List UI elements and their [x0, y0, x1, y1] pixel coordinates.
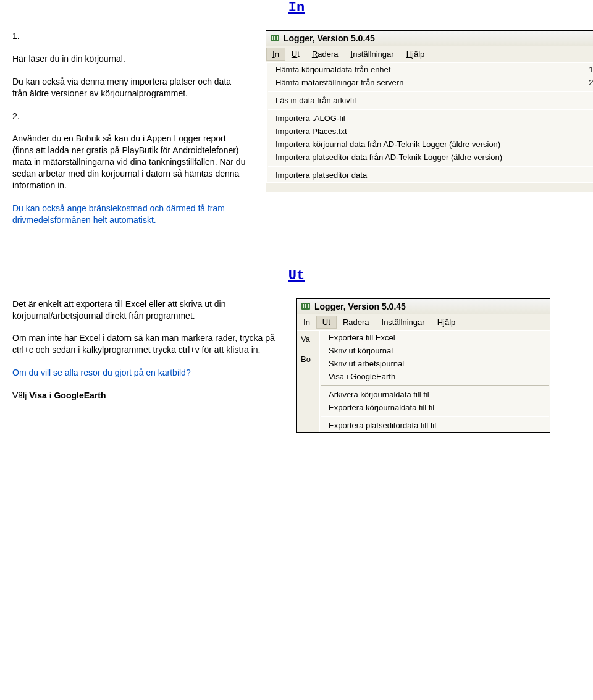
- dd-label: Visa i GoogleEarth: [329, 372, 395, 381]
- dd-label: Exportera platseditordata till fil: [329, 421, 436, 430]
- dd-label: Skriv ut arbetsjournal: [329, 359, 404, 368]
- menubar: In Ut Radera Inställningar Hjälp: [266, 46, 593, 62]
- menubar: In Ut Radera Inställningar Hjälp: [297, 314, 550, 331]
- dd-label: Exportera till Excel: [329, 333, 395, 342]
- dd-import-platseditor-old[interactable]: Importera platseditor data från AD-Tekni…: [267, 151, 593, 164]
- dd-accel: 2.: [589, 78, 593, 87]
- ut-p1: Det är enkelt att exportera till Excel e…: [12, 298, 278, 322]
- app-icon: [270, 33, 280, 43]
- ut-p4: Välj Visa i GoogleEarth: [12, 390, 278, 402]
- dd-las-in-arkivfil[interactable]: Läs in data från arkivfil: [267, 94, 593, 107]
- p-2: Du kan också via denna meny importera pl…: [12, 76, 247, 99]
- gutter-label-va: Va: [297, 334, 319, 344]
- dd-import-platseditor[interactable]: Importera platseditor data: [267, 169, 593, 182]
- dd-skriv-arbetsjournal[interactable]: Skriv ut arbetsjournal: [320, 357, 550, 370]
- in-dropdown: Hämta körjournaldata från enhet 1. Hämta…: [266, 62, 593, 182]
- p-3-num: 2.: [12, 111, 247, 122]
- logger-window-in: Logger, Version 5.0.45 In Ut Radera Inst…: [266, 30, 593, 192]
- dd-hamta-korjournal[interactable]: Hämta körjournaldata från enhet 1.: [267, 63, 593, 76]
- ut-heading[interactable]: Ut: [0, 268, 593, 284]
- menu-radera[interactable]: Radera: [306, 48, 345, 61]
- menu-installningar[interactable]: Inställningar: [376, 316, 431, 329]
- separator: [268, 91, 593, 92]
- dd-visa-googleearth[interactable]: Visa i GoogleEarth: [320, 370, 550, 383]
- dd-accel: 1.: [589, 65, 593, 74]
- in-text-column: 1. Här läser du in din körjournal. Du ka…: [12, 30, 247, 237]
- menu-ut[interactable]: Ut: [285, 48, 306, 61]
- svg-rect-6: [305, 304, 306, 308]
- dd-label: Läs in data från arkivfil: [275, 96, 356, 105]
- p-1: Här läser du in din körjournal.: [12, 53, 247, 65]
- separator: [268, 109, 593, 110]
- dd-import-korjournal-old[interactable]: Importera körjournal data från AD-Teknik…: [267, 138, 593, 151]
- menu-ut[interactable]: Ut: [316, 316, 337, 329]
- dd-export-korjournal-fil[interactable]: Exportera körjournaldata till fil: [320, 401, 550, 414]
- svg-rect-1: [272, 36, 273, 40]
- dd-export-excel[interactable]: Exportera till Excel: [320, 331, 550, 344]
- dd-label: Importera Places.txt: [275, 127, 347, 136]
- separator: [268, 166, 593, 167]
- gutter-label-bo: Bo: [297, 355, 319, 364]
- ut-p4-bold: Visa i GoogleEarth: [29, 390, 106, 400]
- ut-p4-prefix: Välj: [12, 390, 29, 400]
- content-area: [266, 182, 593, 192]
- dd-skriv-korjournal[interactable]: Skriv ut körjournal: [320, 344, 550, 357]
- window-title: Logger, Version 5.0.45: [284, 33, 375, 43]
- separator: [321, 416, 549, 417]
- dd-label: Hämta mätarställningar från servern: [275, 78, 403, 87]
- svg-rect-7: [308, 304, 309, 308]
- p-1-num: 1.: [12, 30, 247, 42]
- p-3: Använder du en Bobrik så kan du i Appen …: [12, 133, 247, 191]
- ut-p3-blue: Om du vill se alla resor du gjort på en …: [12, 367, 278, 379]
- ut-text-column: Det är enkelt att exportera till Excel e…: [12, 298, 278, 402]
- menu-in[interactable]: In: [297, 316, 316, 329]
- dd-arkivera-fil[interactable]: Arkivera körjournaldata till fil: [320, 388, 550, 401]
- dd-label: Skriv ut körjournal: [329, 346, 393, 355]
- svg-rect-3: [277, 36, 278, 40]
- window-title: Logger, Version 5.0.45: [314, 302, 406, 311]
- ut-p2: Om man inte har Excel i datorn så kan ma…: [12, 332, 278, 356]
- ut-dropdown: Exportera till Excel Skriv ut körjournal…: [319, 331, 550, 432]
- separator: [321, 385, 549, 386]
- in-heading[interactable]: In: [0, 0, 593, 15]
- svg-rect-2: [274, 36, 275, 40]
- menu-hjalp[interactable]: Hjälp: [431, 316, 462, 329]
- logger-window-ut: Logger, Version 5.0.45 In Ut Radera Inst…: [296, 298, 550, 433]
- dd-export-platseditor-fil[interactable]: Exportera platseditordata till fil: [320, 419, 550, 432]
- svg-rect-5: [303, 304, 304, 308]
- menu-hjalp[interactable]: Hjälp: [400, 48, 431, 61]
- left-gutter: Va Bo: [297, 331, 319, 432]
- dd-label: Hämta körjournaldata från enhet: [275, 65, 390, 74]
- menu-radera[interactable]: Radera: [337, 316, 376, 329]
- app-icon: [301, 302, 311, 311]
- dd-label: Arkivera körjournaldata till fil: [329, 390, 429, 399]
- p-4-blue: Du kan också ange bränslekostnad och där…: [12, 203, 247, 226]
- dd-import-alog[interactable]: Importera .ALOG-fil: [267, 112, 593, 125]
- dd-import-places[interactable]: Importera Places.txt: [267, 125, 593, 138]
- dd-label: Importera platseditor data: [275, 171, 367, 180]
- dd-label: Importera körjournal data från AD-Teknik…: [275, 140, 500, 149]
- dd-label: Importera .ALOG-fil: [275, 114, 345, 123]
- menu-in[interactable]: In: [266, 48, 285, 61]
- dd-hamta-matarstallningar[interactable]: Hämta mätarställningar från servern 2.: [267, 76, 593, 89]
- menu-installningar[interactable]: Inställningar: [345, 48, 400, 61]
- dd-label: Importera platseditor data från AD-Tekni…: [275, 153, 502, 162]
- dd-label: Exportera körjournaldata till fil: [329, 403, 434, 412]
